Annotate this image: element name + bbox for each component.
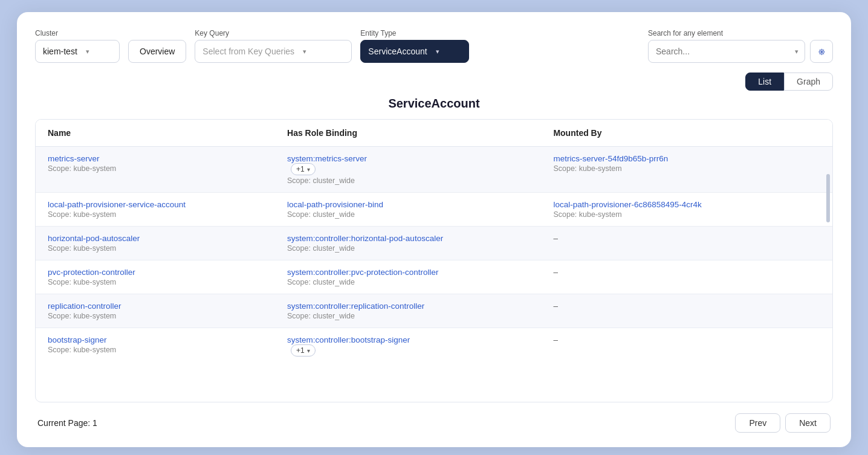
mounted-dash: –	[553, 335, 558, 344]
scroll-thumb[interactable]	[826, 174, 830, 222]
mounted-link[interactable]: metrics-server-54fd9b65b-prr6n	[553, 154, 784, 163]
cell-mounted-by: local-path-provisioner-6c86858495-4cr4kS…	[541, 193, 796, 227]
view-toggle: List Graph	[35, 73, 833, 91]
search-input[interactable]	[649, 40, 789, 62]
prev-button[interactable]: Prev	[735, 413, 780, 433]
cluster-label: Cluster	[35, 29, 120, 37]
cell-role-binding: system:controller:bootstrap-signer +1 ▾	[275, 328, 541, 364]
cell-mounted-by: –	[541, 260, 796, 294]
current-page-label: Current Page: 1	[37, 418, 97, 428]
name-scope: Scope: kube-system	[48, 278, 263, 286]
footer: Current Page: 1 Prev Next	[35, 413, 833, 433]
role-link[interactable]: system:controller:horizontal-pod-autosca…	[287, 234, 529, 243]
role-link[interactable]: local-path-provisioner-bind	[287, 200, 529, 209]
next-button[interactable]: Next	[785, 413, 831, 433]
cell-name: horizontal-pod-autoscalerScope: kube-sys…	[36, 227, 275, 260]
keyquery-group: Key Query Select from Key Queries ▾	[195, 29, 352, 63]
cluster-group: Cluster kiem-test ▾	[35, 29, 120, 63]
scroll-track	[826, 150, 830, 402]
mounted-dash: –	[553, 268, 558, 277]
name-link[interactable]: metrics-server	[48, 154, 263, 163]
badge-extra[interactable]: +1 ▾	[291, 163, 316, 175]
table-header-row: Name Has Role Binding Mounted By	[36, 120, 832, 147]
role-link[interactable]: system:controller:pvc-protection-control…	[287, 268, 529, 277]
entity-label: Entity Type	[360, 29, 469, 37]
cell-name: pvc-protection-controllerScope: kube-sys…	[36, 260, 275, 294]
cell-name: metrics-serverScope: kube-system	[36, 147, 275, 193]
overview-group: Overview	[128, 29, 186, 63]
cell-mounted-by: metrics-server-54fd9b65b-prr6nScope: kub…	[541, 147, 796, 193]
col-has-role-binding: Has Role Binding	[275, 120, 541, 147]
cell-mounted-by: –	[541, 328, 796, 364]
role-scope: Scope: cluster_wide	[287, 176, 529, 185]
entity-dropdown[interactable]: ServiceAccount ▾	[360, 40, 469, 63]
keyquery-chevron-icon: ▾	[303, 48, 306, 56]
table-row: pvc-protection-controllerScope: kube-sys…	[36, 260, 832, 294]
col-mounted-by: Mounted By	[541, 120, 796, 147]
cell-name: replication-controllerScope: kube-system	[36, 294, 275, 328]
table-row: local-path-provisioner-service-accountSc…	[36, 193, 832, 227]
table-row: bootstrap-signerScope: kube-systemsystem…	[36, 328, 832, 364]
overview-button[interactable]: Overview	[128, 40, 186, 63]
cell-mounted-by: –	[541, 227, 796, 260]
role-scope: Scope: cluster_wide	[287, 312, 529, 320]
cell-role-binding: system:controller:horizontal-pod-autosca…	[275, 227, 541, 260]
col-extra	[796, 120, 832, 147]
role-link[interactable]: system:controller:bootstrap-signer	[287, 335, 529, 344]
cluster-dropdown[interactable]: kiem-test ▾	[35, 40, 120, 63]
role-scope: Scope: cluster_wide	[287, 244, 529, 253]
cluster-chevron-icon: ▾	[86, 48, 89, 56]
search-chevron-icon: ▾	[789, 48, 805, 56]
table-section: ServiceAccount Name Has Role Binding Mou…	[35, 97, 833, 402]
entity-group: Entity Type ServiceAccount ▾	[360, 29, 469, 63]
role-scope: Scope: cluster_wide	[287, 278, 529, 286]
graph-view-button[interactable]: Graph	[784, 73, 833, 91]
mounted-link[interactable]: local-path-provisioner-6c86858495-4cr4k	[553, 200, 784, 209]
mounted-dash: –	[553, 234, 558, 243]
role-scope: Scope: cluster_wide	[287, 210, 529, 219]
search-group: Search for any element ▾ ⎈	[648, 29, 833, 63]
entity-chevron-icon: ▾	[436, 48, 439, 56]
cell-mounted-by: –	[541, 294, 796, 328]
role-link[interactable]: system:controller:replication-controller	[287, 302, 529, 311]
name-link[interactable]: horizontal-pod-autoscaler	[48, 234, 263, 243]
table-title: ServiceAccount	[35, 97, 833, 111]
name-scope: Scope: kube-system	[48, 244, 263, 253]
name-link[interactable]: pvc-protection-controller	[48, 268, 263, 277]
mounted-scope: Scope: kube-system	[553, 210, 784, 219]
name-scope: Scope: kube-system	[48, 164, 263, 173]
role-link[interactable]: system:metrics-server	[287, 154, 529, 163]
keyquery-label: Key Query	[195, 29, 352, 37]
name-scope: Scope: kube-system	[48, 346, 263, 354]
service-account-table: Name Has Role Binding Mounted By metrics…	[36, 120, 832, 364]
search-label: Search for any element	[648, 29, 833, 37]
toolbar: Cluster kiem-test ▾ Overview Key Query S…	[35, 29, 833, 63]
helm-icon[interactable]: ⎈	[810, 40, 833, 63]
cell-role-binding: system:controller:replication-controller…	[275, 294, 541, 328]
table-row: replication-controllerScope: kube-system…	[36, 294, 832, 328]
entity-value: ServiceAccount	[368, 47, 427, 56]
keyquery-dropdown[interactable]: Select from Key Queries ▾	[195, 40, 352, 63]
table-row: horizontal-pod-autoscalerScope: kube-sys…	[36, 227, 832, 260]
cell-name: bootstrap-signerScope: kube-system	[36, 328, 275, 364]
nav-buttons: Prev Next	[735, 413, 831, 433]
badge-chevron-icon: ▾	[307, 166, 310, 173]
table-row: metrics-serverScope: kube-systemsystem:m…	[36, 147, 832, 193]
mounted-dash: –	[553, 302, 558, 311]
name-link[interactable]: replication-controller	[48, 302, 263, 311]
name-scope: Scope: kube-system	[48, 210, 263, 219]
overview-spacer	[128, 29, 186, 37]
name-scope: Scope: kube-system	[48, 312, 263, 320]
cell-role-binding: system:controller:pvc-protection-control…	[275, 260, 541, 294]
name-link[interactable]: local-path-provisioner-service-account	[48, 200, 263, 209]
cell-role-binding: system:metrics-server +1 ▾Scope: cluster…	[275, 147, 541, 193]
main-card: Cluster kiem-test ▾ Overview Key Query S…	[17, 12, 851, 447]
cluster-value: kiem-test	[43, 47, 77, 56]
helm-icon-symbol: ⎈	[818, 45, 825, 58]
badge-extra[interactable]: +1 ▾	[291, 344, 316, 357]
name-link[interactable]: bootstrap-signer	[48, 335, 263, 344]
list-view-button[interactable]: List	[745, 73, 784, 91]
col-name: Name	[36, 120, 275, 147]
cell-name: local-path-provisioner-service-accountSc…	[36, 193, 275, 227]
badge-chevron-icon: ▾	[307, 347, 310, 354]
